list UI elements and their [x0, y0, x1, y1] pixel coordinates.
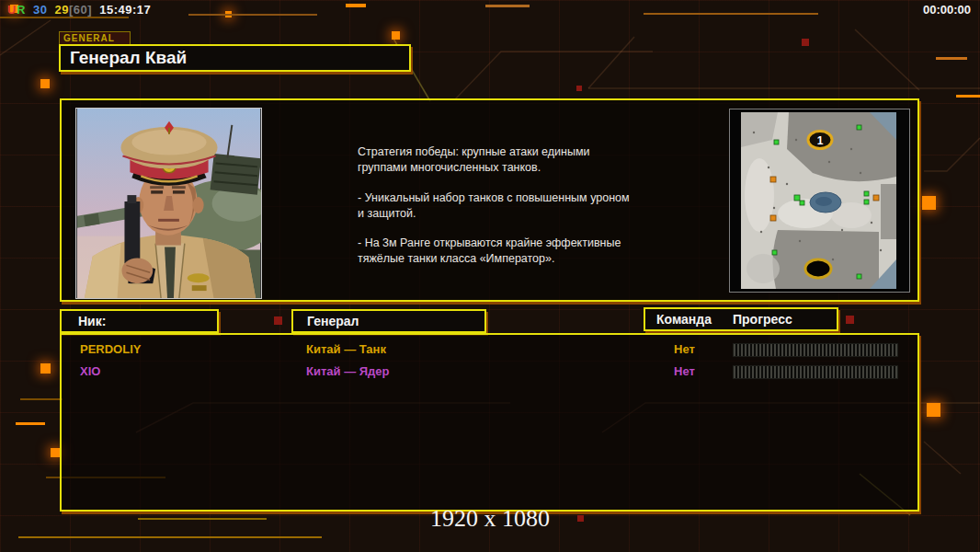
header-general: Генерал	[291, 309, 486, 333]
loading-screen: UR 30 29[60] 15:49:17 00:00:00 GENERAL Г…	[0, 0, 980, 552]
performance-stats: UR 30 29[60] 15:49:17	[7, 3, 154, 17]
deco-square	[577, 515, 584, 522]
deco-line	[956, 95, 980, 98]
general-info-panel: Стратегия победы: крупные атаки едиными …	[60, 98, 919, 302]
player-progress-bar	[733, 365, 898, 379]
player-team: Нет	[674, 361, 695, 383]
briefing-paragraph: - Уникальный набор танков с повышенным у…	[358, 190, 661, 223]
player-nick: PERDOLIY	[80, 339, 141, 361]
player-row: PERDOLIY Китай — Танк Нет	[62, 339, 917, 361]
deco-square	[576, 86, 582, 91]
player-progress-bar	[733, 343, 898, 357]
deco-line	[16, 422, 45, 425]
minimap-start-marker-1: 1	[817, 134, 824, 147]
stat-value-1: 30	[33, 3, 47, 17]
general-portrait	[75, 108, 262, 299]
deco-square	[274, 316, 282, 325]
clock: 15:49:17	[99, 3, 151, 17]
deco-square	[922, 196, 936, 210]
header-team-progress: Команда Прогресс	[644, 307, 838, 331]
general-title-box: Генерал Квай	[59, 44, 411, 72]
deco-line	[644, 13, 818, 15]
general-portrait-image	[76, 109, 261, 298]
resolution-label: 1920 x 1080	[430, 505, 550, 533]
topbar-underline	[0, 17, 129, 18]
stat-r: R	[17, 3, 26, 17]
deco-line	[346, 4, 366, 7]
deco-line	[936, 57, 967, 60]
player-general: Китай — Танк	[306, 339, 386, 361]
deco-square	[40, 363, 51, 374]
stat-value-2: 29	[55, 3, 69, 17]
header-progress: Прогресс	[733, 309, 792, 329]
player-general: Китай — Ядер	[306, 361, 390, 383]
deco-square	[40, 79, 50, 88]
player-team: Нет	[674, 339, 695, 361]
stat-u: U	[7, 3, 17, 17]
briefing-paragraph: Стратегия победы: крупные атаки едиными …	[358, 144, 661, 177]
player-nick: XIO	[80, 361, 100, 383]
briefing-paragraph: - На 3м Ранге открываются крайне эффекти…	[358, 236, 661, 268]
briefing-text: Стратегия победы: крупные атаки едиными …	[358, 144, 661, 282]
player-row: XIO Китай — Ядер Нет	[62, 361, 917, 383]
deco-line	[188, 14, 317, 16]
deco-square	[392, 31, 400, 40]
deco-line	[485, 5, 530, 7]
general-title: Генерал Квай	[70, 48, 187, 67]
deco-line	[20, 398, 63, 400]
match-timer: 00:00:00	[923, 3, 971, 17]
deco-square	[927, 403, 940, 417]
deco-square	[846, 316, 854, 324]
header-team: Команда	[656, 309, 712, 329]
header-nick: Ник:	[60, 309, 219, 333]
minimap-image: 1	[741, 112, 896, 289]
deco-square	[51, 448, 60, 457]
deco-line	[138, 518, 267, 520]
deco-square	[802, 39, 809, 46]
minimap: 1	[729, 109, 910, 293]
deco-line	[18, 536, 322, 538]
players-panel: PERDOLIY Китай — Танк Нет XIO Китай — Яд…	[60, 333, 919, 512]
stat-value-3: [60]	[69, 3, 92, 17]
